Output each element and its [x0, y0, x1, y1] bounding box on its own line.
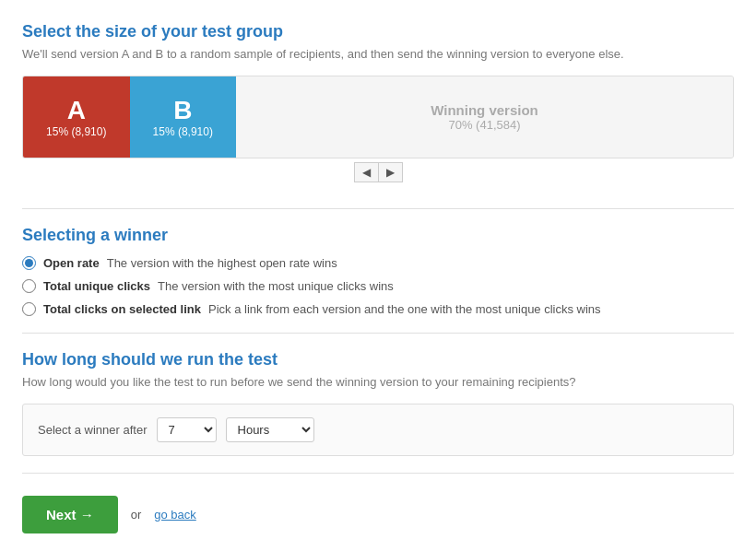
go-back-link[interactable]: go back: [154, 508, 196, 522]
bar-b-pct: 15% (8,910): [153, 125, 213, 138]
slider-left-button[interactable]: ◀: [354, 162, 378, 182]
duration-section: How long should we run the test How long…: [22, 350, 734, 456]
duration-subtitle: How long would you like the test to run …: [22, 375, 734, 389]
radio-open-rate-desc: The version with the highest open rate w…: [107, 256, 337, 270]
next-button[interactable]: Next →: [22, 496, 118, 533]
bar-a-pct: 15% (8,910): [46, 125, 106, 138]
divider-2: [22, 333, 734, 334]
radio-selected-link[interactable]: [22, 302, 36, 316]
page-subtitle: We'll send version A and B to a random s…: [22, 47, 734, 61]
bar-a-letter: A: [67, 96, 86, 125]
duration-box-label: Select a winner after: [38, 423, 148, 437]
bar-win-label: Winning version: [431, 102, 538, 118]
bar-win-pct: 70% (41,584): [448, 118, 520, 132]
winner-section: Selecting a winner Open rate The version…: [22, 226, 734, 316]
radio-unique-clicks-bold: Total unique clicks: [43, 279, 150, 293]
test-group-section: Select the size of your test group We'll…: [22, 22, 734, 192]
page-title: Select the size of your test group: [22, 22, 734, 41]
duration-box: Select a winner after 1 2 3 4 5 6 7 8 9 …: [22, 404, 734, 456]
duration-title: How long should we run the test: [22, 350, 734, 369]
radio-open-rate-bold: Open rate: [43, 256, 100, 270]
bar-b: B 15% (8,910): [130, 76, 237, 158]
slider-controls: ◀ ▶: [22, 158, 734, 192]
slider-right-button[interactable]: ▶: [378, 162, 403, 182]
duration-unit-select[interactable]: Minutes Hours Days: [226, 417, 314, 442]
duration-value-select[interactable]: 1 2 3 4 5 6 7 8 9 10 11 12 24 48: [157, 417, 217, 442]
bar-b-letter: B: [173, 96, 192, 125]
test-group-bar: A 15% (8,910) B 15% (8,910) Winning vers…: [22, 76, 734, 158]
bar-winning: Winning version 70% (41,584): [236, 76, 733, 158]
footer: Next → or go back: [22, 496, 734, 533]
page-container: Select the size of your test group We'll…: [0, 0, 756, 551]
or-text: or: [131, 508, 142, 522]
divider-3: [22, 473, 734, 474]
radio-group: Open rate The version with the highest o…: [22, 256, 734, 316]
divider-1: [22, 208, 734, 209]
radio-unique-clicks[interactable]: [22, 279, 36, 293]
radio-item-selected-link[interactable]: Total clicks on selected link Pick a lin…: [22, 302, 734, 316]
radio-unique-clicks-desc: The version with the most unique clicks …: [158, 279, 394, 293]
radio-open-rate[interactable]: [22, 256, 36, 270]
bar-a: A 15% (8,910): [23, 76, 130, 158]
winner-section-title: Selecting a winner: [22, 226, 734, 245]
radio-item-unique-clicks[interactable]: Total unique clicks The version with the…: [22, 279, 734, 293]
radio-item-open-rate[interactable]: Open rate The version with the highest o…: [22, 256, 734, 270]
radio-selected-link-desc: Pick a link from each version and the on…: [208, 302, 601, 316]
radio-selected-link-bold: Total clicks on selected link: [43, 302, 201, 316]
